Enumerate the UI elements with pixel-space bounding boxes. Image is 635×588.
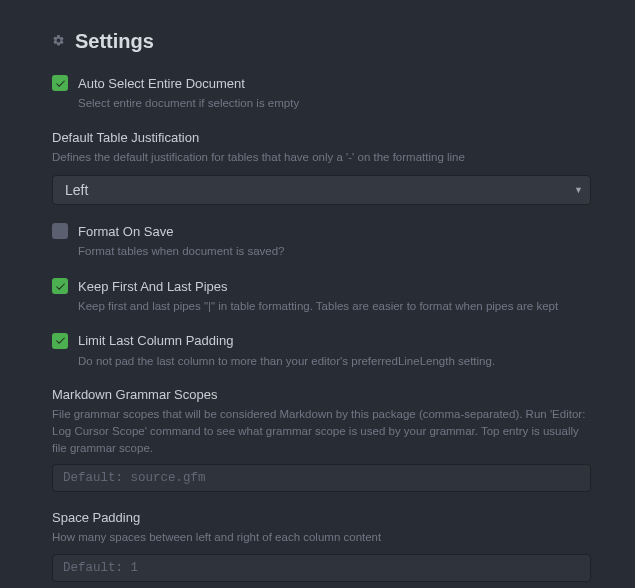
format-on-save-desc: Format tables when document is saved? [78, 243, 591, 260]
grammar-scopes-label: Markdown Grammar Scopes [52, 387, 591, 402]
grammar-scopes-desc: File grammar scopes that will be conside… [52, 406, 591, 456]
default-justification-select[interactable]: Left [52, 175, 591, 205]
setting-limit-padding: Limit Last Column Padding Do not pad the… [52, 333, 591, 370]
keep-pipes-desc: Keep first and last pipes "|" in table f… [78, 298, 591, 315]
limit-padding-checkbox[interactable] [52, 333, 68, 349]
keep-pipes-checkbox[interactable] [52, 278, 68, 294]
page-title: Settings [75, 30, 154, 53]
settings-header: Settings [52, 30, 591, 53]
limit-padding-label: Limit Last Column Padding [78, 333, 233, 348]
grammar-scopes-input[interactable] [52, 464, 591, 492]
setting-keep-pipes: Keep First And Last Pipes Keep first and… [52, 278, 591, 315]
setting-space-padding: Space Padding How many spaces between le… [52, 510, 591, 582]
auto-select-label: Auto Select Entire Document [78, 76, 245, 91]
format-on-save-label: Format On Save [78, 224, 173, 239]
space-padding-desc: How many spaces between left and right o… [52, 529, 591, 546]
keep-pipes-label: Keep First And Last Pipes [78, 279, 228, 294]
auto-select-checkbox[interactable] [52, 75, 68, 91]
setting-default-justification: Default Table Justification Defines the … [52, 130, 591, 206]
gear-icon [52, 34, 65, 50]
limit-padding-desc: Do not pad the last column to more than … [78, 353, 591, 370]
default-justification-label: Default Table Justification [52, 130, 591, 145]
default-justification-desc: Defines the default justification for ta… [52, 149, 591, 166]
space-padding-label: Space Padding [52, 510, 591, 525]
space-padding-input[interactable] [52, 554, 591, 582]
setting-grammar-scopes: Markdown Grammar Scopes File grammar sco… [52, 387, 591, 492]
setting-auto-select: Auto Select Entire Document Select entir… [52, 75, 591, 112]
setting-format-on-save: Format On Save Format tables when docume… [52, 223, 591, 260]
auto-select-desc: Select entire document if selection is e… [78, 95, 591, 112]
format-on-save-checkbox[interactable] [52, 223, 68, 239]
